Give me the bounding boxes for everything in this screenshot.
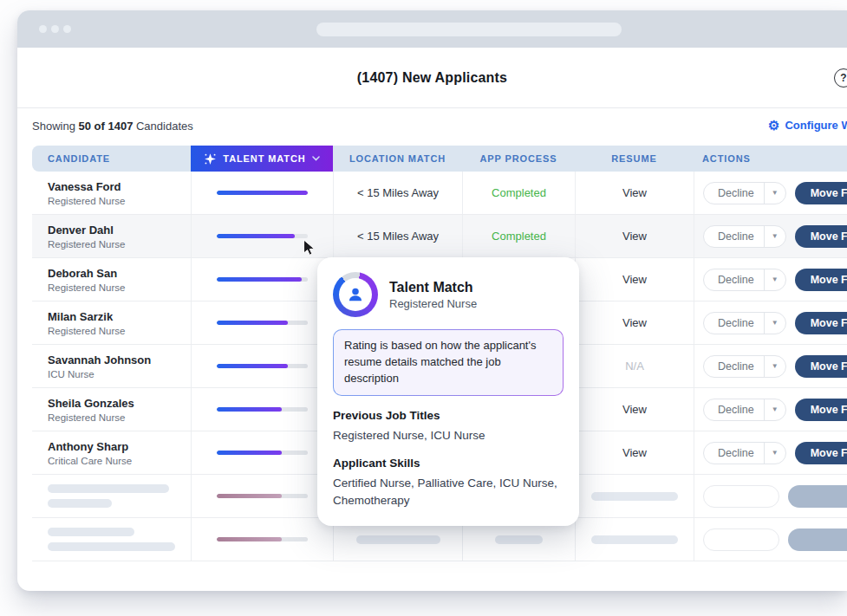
candidate-name: Deborah San [48, 267, 117, 280]
candidate-title: Registered Nurse [48, 326, 125, 336]
candidate-title: Registered Nurse [48, 282, 125, 293]
table-header-row: CANDIDATE TALENT MATCH LOCATION MATCH AP… [32, 146, 847, 172]
toolbar: Showing 50 of 1407 Candidates ⚙ Configur… [17, 108, 847, 146]
column-header-actions: ACTIONS [694, 146, 847, 172]
skeleton-move-forward-button [788, 528, 847, 551]
resume-na-value: N/A [575, 345, 694, 387]
previous-job-titles-label: Previous Job Titles [333, 409, 564, 422]
page-title: (1407) New Applicants [357, 70, 507, 86]
decline-button[interactable]: Decline▼ [703, 269, 786, 291]
talent-match-bar [217, 321, 308, 325]
talent-match-bar [217, 407, 308, 412]
results-count-number: 50 of 1407 [78, 120, 133, 133]
candidate-title: ICU Nurse [48, 369, 94, 379]
popup-subtitle: Registered Nurse [389, 297, 477, 310]
resume-view-link[interactable]: View [575, 431, 694, 474]
help-icon[interactable]: ? [834, 68, 847, 88]
candidate-title: Registered Nurse [48, 196, 125, 206]
table-row: Vanessa FordRegistered Nurse < 15 Miles … [32, 172, 847, 215]
decline-button[interactable]: Decline▼ [703, 182, 786, 204]
move-forward-button[interactable]: Move Forward [795, 312, 847, 334]
candidate-title: Critical Care Nurse [48, 456, 132, 466]
rating-explanation-note: Rating is based on how the applicant's r… [333, 329, 564, 396]
column-header-talent-match-label: TALENT MATCH [223, 153, 305, 164]
address-bar [316, 23, 622, 36]
applicant-skills-value: Certified Nurse, Palliative Care, ICU Nu… [333, 475, 564, 509]
move-forward-button[interactable]: Move Forward [795, 182, 847, 204]
resume-view-link[interactable]: View [575, 172, 694, 214]
previous-job-titles-value: Registered Nurse, ICU Nurse [333, 427, 564, 444]
configure-workflow-button[interactable]: ⚙ Configure Workflow [768, 119, 847, 132]
column-header-resume: RESUME [575, 146, 694, 172]
cursor-pointer-icon [303, 239, 316, 256]
move-forward-button[interactable]: Move Forward [795, 355, 847, 378]
skeleton-text [495, 535, 543, 544]
column-header-talent-match[interactable]: TALENT MATCH [191, 146, 333, 172]
skeleton-text [48, 499, 112, 508]
decline-dropdown-caret[interactable]: ▼ [764, 313, 785, 334]
talent-match-bar [217, 451, 308, 455]
decline-dropdown-caret[interactable]: ▼ [764, 443, 785, 464]
move-forward-button[interactable]: Move Forward [795, 269, 847, 291]
window-control-dot [51, 25, 59, 33]
applicant-skills-label: Applicant Skills [333, 457, 564, 470]
talent-match-bar [217, 364, 308, 368]
move-forward-button[interactable]: Move Forward [795, 442, 847, 464]
candidate-name: Vanessa Ford [48, 180, 121, 193]
decline-dropdown-caret[interactable]: ▼ [764, 183, 785, 204]
window-controls [39, 25, 71, 33]
decline-button[interactable]: Decline▼ [703, 355, 786, 378]
browser-chrome [17, 10, 847, 48]
app-process-status: Completed [462, 215, 575, 257]
decline-button[interactable]: Decline▼ [703, 399, 786, 421]
location-match-value: < 15 Miles Away [333, 215, 462, 257]
window-control-dot [39, 25, 47, 33]
page: { "header": { "title": "(1407) New Appli… [0, 0, 847, 616]
decline-button[interactable]: Decline▼ [703, 225, 786, 248]
column-header-app-process: APP PROCESS [462, 146, 575, 172]
skeleton-text [48, 528, 134, 536]
skeleton-move-forward-button [788, 485, 847, 508]
gear-icon: ⚙ [768, 119, 779, 132]
talent-match-bar [217, 494, 308, 498]
configure-workflow-label: Configure Workflow [785, 119, 847, 132]
move-forward-button[interactable]: Move Forward [795, 399, 847, 421]
decline-dropdown-caret[interactable]: ▼ [764, 399, 785, 420]
talent-match-bar [217, 191, 308, 195]
column-header-candidate: CANDIDATE [32, 146, 191, 172]
sparkle-icon [204, 152, 217, 165]
results-count-prefix: Showing [32, 120, 78, 133]
candidate-name: Milan Sarzik [48, 310, 113, 323]
resume-view-link[interactable]: View [575, 302, 694, 344]
decline-dropdown-caret[interactable]: ▼ [764, 356, 785, 377]
talent-match-bar [217, 277, 308, 282]
skeleton-text [591, 492, 678, 501]
candidate-title: Registered Nurse [48, 412, 125, 423]
resume-view-link[interactable]: View [575, 388, 694, 431]
results-count-suffix: Candidates [133, 120, 192, 133]
candidate-name: Denver Dahl [48, 224, 114, 237]
resume-view-link[interactable]: View [575, 258, 694, 301]
skeleton-text [48, 484, 169, 493]
talent-match-bar [217, 537, 308, 541]
candidate-title: Registered Nurse [48, 239, 125, 250]
candidate-name: Anthony Sharp [48, 440, 128, 453]
resume-view-link[interactable]: View [575, 215, 694, 257]
talent-match-bar[interactable] [217, 234, 308, 238]
popup-title: Talent Match [389, 280, 477, 295]
app-process-status: Completed [462, 172, 575, 214]
candidate-name: Sheila Gonzales [48, 397, 134, 410]
talent-match-popup: Talent Match Registered Nurse Rating is … [317, 257, 579, 526]
chevron-down-icon [312, 156, 320, 161]
column-header-location-match: LOCATION MATCH [333, 146, 462, 172]
decline-dropdown-caret[interactable]: ▼ [764, 269, 785, 290]
skeleton-text [356, 535, 440, 544]
skeleton-decline-button [703, 485, 779, 508]
skeleton-decline-button [703, 528, 779, 551]
move-forward-button[interactable]: Move Forward [795, 225, 847, 248]
decline-button[interactable]: Decline▼ [703, 442, 786, 464]
skeleton-text [591, 535, 678, 544]
decline-dropdown-caret[interactable]: ▼ [764, 226, 785, 247]
decline-button[interactable]: Decline▼ [703, 312, 786, 334]
talent-match-score-ring-icon [333, 272, 378, 317]
